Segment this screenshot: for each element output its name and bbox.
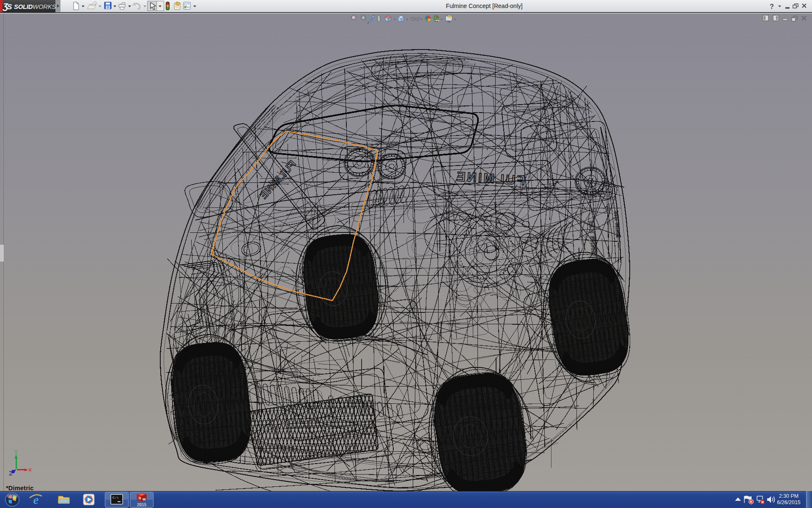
svg-text:S: S [139, 496, 141, 500]
svg-text:C:\: C:\ [112, 496, 119, 500]
svg-text:W: W [143, 497, 146, 501]
svg-text:2015: 2015 [137, 502, 147, 507]
